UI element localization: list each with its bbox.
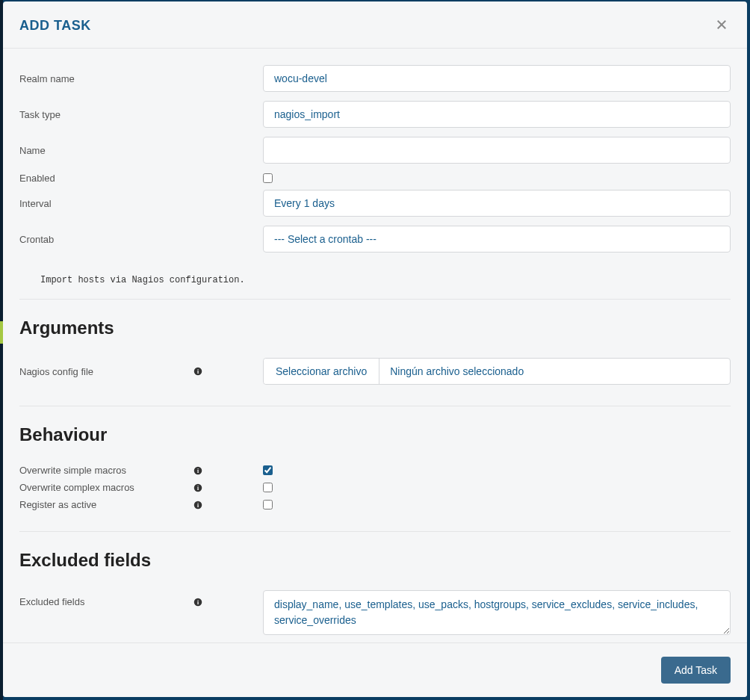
svg-text:i: i [197,485,199,492]
name-label: Name [19,145,263,156]
svg-text:i: i [197,368,199,375]
realm-name-input[interactable] [263,65,731,92]
modal-footer: Add Task [3,642,747,697]
add-task-button[interactable]: Add Task [661,657,731,684]
svg-text:i: i [197,502,199,509]
overwrite-complex-label: Overwrite complex macros i [19,482,263,493]
enabled-checkbox[interactable] [263,173,273,183]
interval-label: Interval [19,198,263,209]
overwrite-simple-label: Overwrite simple macros i [19,465,263,476]
svg-text:i: i [197,599,199,606]
overwrite-simple-checkbox[interactable] [263,465,273,475]
file-select-button[interactable]: Seleccionar archivo [264,359,379,384]
add-task-modal: ADD TASK Realm name Task type Name Enabl… [3,1,747,697]
info-icon[interactable]: i [193,500,203,510]
info-icon[interactable]: i [193,366,203,377]
task-type-label: Task type [19,109,263,120]
excluded-fields-textarea[interactable]: display_name, use_templates, use_packs, … [263,590,731,635]
behaviour-heading: Behaviour [19,424,731,445]
crontab-label: Crontab [19,234,263,245]
svg-text:i: i [197,468,199,474]
divider [19,406,731,406]
file-selected-text: Ningún archivo seleccionado [379,359,534,384]
name-input[interactable] [263,137,731,164]
overwrite-complex-checkbox[interactable] [263,483,273,492]
divider [19,299,731,300]
task-description: Import hosts via Nagios configuration. [19,261,731,299]
file-input-group: Seleccionar archivo Ningún archivo selec… [263,358,731,385]
modal-title: ADD TASK [19,18,91,34]
modal-header: ADD TASK [3,1,747,49]
register-active-label: Register as active i [19,499,263,510]
nagios-config-file-label: Nagios config file i [19,366,263,377]
excluded-fields-label: Excluded fields i [19,590,263,607]
excluded-fields-heading: Excluded fields [19,550,731,571]
info-icon[interactable]: i [193,483,203,493]
arguments-heading: Arguments [19,318,731,338]
realm-name-label: Realm name [19,73,263,84]
info-icon[interactable]: i [193,597,203,607]
close-icon [715,18,728,34]
modal-body: Realm name Task type Name Enabled Interv… [3,49,747,642]
interval-input[interactable] [263,190,731,217]
register-active-checkbox[interactable] [263,500,273,509]
close-button[interactable] [713,16,731,34]
crontab-select[interactable] [263,226,731,253]
divider [19,531,731,532]
info-icon[interactable]: i [193,465,203,476]
task-type-input[interactable] [263,101,731,128]
enabled-label: Enabled [19,173,263,184]
